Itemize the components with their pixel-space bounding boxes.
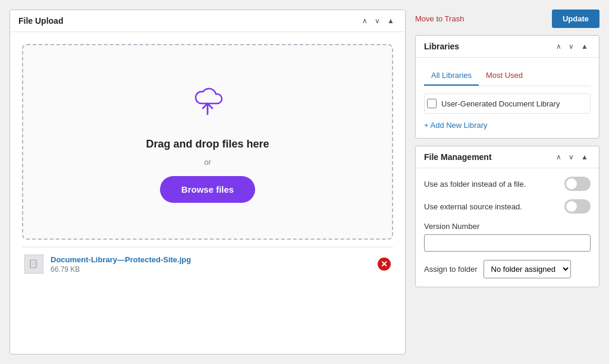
libraries-collapse-button[interactable]: ▲ [579,42,591,51]
move-to-trash-link[interactable]: Move to Trash [415,14,464,23]
file-management-widget: File Management ∧ ∨ ▲ Use as folder inst… [415,146,599,287]
folder-toggle-switch[interactable] [564,177,591,191]
library-checkbox-row: User-Generated Document Library [424,93,591,114]
top-actions: Move to Trash Update [415,10,599,28]
file-item: Document-Library—Protected-Site.jpg 66.7… [22,247,393,281]
file-remove-button[interactable]: ✕ [378,258,391,271]
external-source-label: Use external source instead. [424,202,522,211]
file-management-controls: ∧ ∨ ▲ [554,152,591,162]
folder-toggle-label: Use as folder instead of a file. [424,180,526,189]
library-checkbox[interactable] [427,99,437,108]
close-icon: ✕ [381,259,388,269]
version-number-label: Version Number [424,222,591,231]
file-management-body: Use as folder instead of a file. Use ext… [416,168,599,287]
assign-folder-label: Assign to folder [424,265,478,274]
file-upload-up-button[interactable]: ∧ [360,16,370,26]
browse-files-button[interactable]: Browse files [160,176,255,203]
libraries-tabs: All Libraries Most Used [424,66,591,86]
file-management-header: File Management ∧ ∨ ▲ [416,146,599,168]
drop-zone[interactable]: Drag and drop files here or Browse files [22,44,393,240]
libraries-controls: ∧ ∨ ▲ [554,42,591,51]
libraries-title: Libraries [424,42,459,51]
library-checkbox-label: User-Generated Document Library [441,99,560,108]
right-panel: Move to Trash Update Libraries ∧ ∨ ▲ All… [415,10,599,354]
assign-folder-select[interactable]: No folder assigned [484,260,571,278]
libraries-down-button[interactable]: ∨ [566,42,576,51]
external-source-toggle-switch[interactable] [564,199,591,214]
libraries-up-button[interactable]: ∧ [554,42,564,51]
file-management-down-button[interactable]: ∨ [566,152,576,162]
file-name: Document-Library—Protected-Site.jpg [51,255,371,264]
file-upload-controls: ∧ ∨ ▲ [360,16,397,26]
file-upload-down-button[interactable]: ∨ [372,16,382,26]
file-info: Document-Library—Protected-Site.jpg 66.7… [51,255,371,274]
libraries-widget: Libraries ∧ ∨ ▲ All Libraries Most Used … [415,35,599,139]
external-source-toggle-slider [564,199,591,214]
file-upload-panel: File Upload ∧ ∨ ▲ Drag and drop files he… [10,10,406,354]
file-size: 66.79 KB [51,265,371,274]
tab-most-used[interactable]: Most Used [479,66,530,86]
version-number-input[interactable] [424,234,591,252]
file-management-title: File Management [424,152,492,162]
folder-toggle-row: Use as folder instead of a file. [424,177,591,191]
or-text: or [204,158,211,167]
update-button[interactable]: Update [552,10,599,28]
file-upload-header: File Upload ∧ ∨ ▲ [10,10,405,32]
libraries-body: All Libraries Most Used User-Generated D… [416,58,599,138]
file-management-up-button[interactable]: ∧ [554,152,564,162]
file-upload-collapse-button[interactable]: ▲ [385,16,397,26]
file-thumbnail [24,255,43,274]
tab-all-libraries[interactable]: All Libraries [424,66,479,86]
file-upload-body: Drag and drop files here or Browse files… [10,32,405,293]
external-source-toggle-row: Use external source instead. [424,199,591,214]
drag-drop-text: Drag and drop files here [146,138,269,150]
upload-cloud-icon [189,81,227,124]
assign-folder-row: Assign to folder No folder assigned [424,260,591,278]
file-management-collapse-button[interactable]: ▲ [579,152,591,162]
add-library-link[interactable]: + Add New Library [424,121,488,130]
file-upload-title: File Upload [18,16,63,26]
libraries-header: Libraries ∧ ∨ ▲ [416,36,599,58]
folder-toggle-slider [564,177,591,191]
